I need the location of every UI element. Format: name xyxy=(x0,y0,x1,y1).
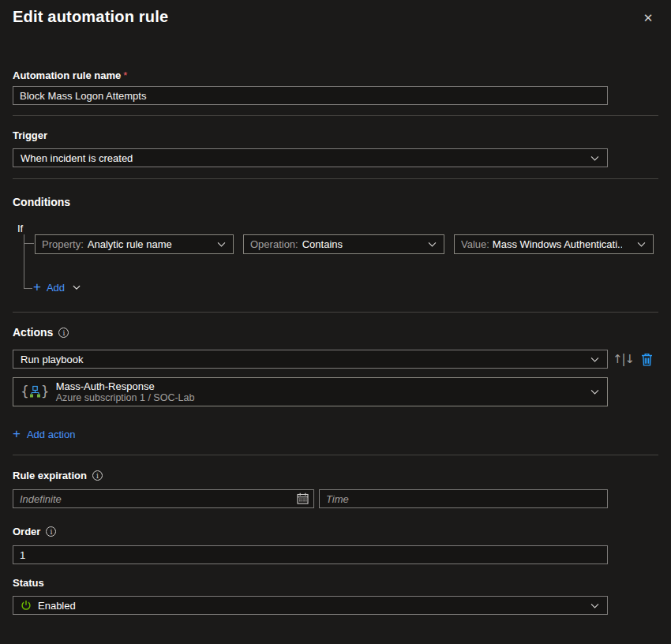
order-heading: Order i xyxy=(13,525,658,538)
conditions-heading: Conditions xyxy=(13,196,658,209)
status-heading: Status xyxy=(13,577,658,590)
playbook-name: Mass-Auth-Response xyxy=(56,380,583,392)
expiration-time-input[interactable] xyxy=(319,489,608,508)
plus-icon: + xyxy=(13,428,21,440)
status-selected-value: Enabled xyxy=(38,600,583,612)
divider xyxy=(13,455,658,455)
chevron-down-icon xyxy=(590,601,600,611)
condition-row: Property: Analytic rule name Operation: … xyxy=(35,234,658,254)
playbook-picker-dropdown[interactable]: {} Mass-Auth-Response Azure subscription… xyxy=(13,377,608,406)
rule-expiration-row xyxy=(13,489,658,508)
divider xyxy=(13,312,658,313)
action-row: Run playbook ↑|↓ xyxy=(13,350,658,369)
trigger-dropdown[interactable]: When incident is created xyxy=(13,148,608,167)
expiration-date-input[interactable] xyxy=(13,489,314,508)
chevron-down-icon xyxy=(636,239,647,249)
chevron-down-icon xyxy=(590,153,600,163)
logic-app-icon: {} xyxy=(21,385,50,399)
info-icon[interactable]: i xyxy=(46,526,56,537)
chevron-down-icon xyxy=(427,239,437,249)
conditions-body: If Property: Analytic rule name Operatio… xyxy=(13,223,658,295)
required-asterisk: * xyxy=(123,69,127,82)
power-icon xyxy=(21,600,32,611)
move-up-down-icon[interactable]: ↑|↓ xyxy=(613,352,634,366)
page-title: Edit automation rule xyxy=(13,6,168,27)
action-type-dropdown[interactable]: Run playbook xyxy=(13,350,608,369)
actions-heading: Actions i xyxy=(13,326,658,339)
operation-prefix: Operation: xyxy=(250,238,298,250)
property-prefix: Property: xyxy=(42,238,84,250)
plus-icon: + xyxy=(33,281,41,294)
add-condition-label: Add xyxy=(47,282,65,294)
chevron-down-icon xyxy=(72,283,81,292)
add-condition-button[interactable]: + Add xyxy=(33,279,658,295)
info-icon[interactable]: i xyxy=(92,470,103,481)
info-icon[interactable]: i xyxy=(58,328,69,338)
calendar-icon[interactable] xyxy=(297,492,309,504)
add-action-button[interactable]: + Add action xyxy=(13,427,658,441)
chevron-down-icon xyxy=(216,239,227,249)
rule-name-label: Automation rule name * xyxy=(13,69,658,82)
status-dropdown[interactable]: Enabled xyxy=(13,596,608,615)
trigger-selected-value: When incident is created xyxy=(21,152,590,164)
panel-header: Edit automation rule ✕ xyxy=(13,0,658,27)
chevron-down-icon xyxy=(590,354,600,365)
divider xyxy=(13,178,658,179)
action-type-value: Run playbook xyxy=(21,354,590,365)
rule-expiration-heading: Rule expiration i xyxy=(13,469,658,482)
order-input[interactable] xyxy=(13,545,608,564)
divider xyxy=(13,115,658,116)
value-prefix: Value: xyxy=(461,238,489,250)
condition-property-dropdown[interactable]: Property: Analytic rule name xyxy=(35,234,234,254)
close-icon[interactable]: ✕ xyxy=(639,9,657,27)
playbook-path: Azure subscription 1 / SOC-Lab xyxy=(56,392,583,404)
condition-operation-dropdown[interactable]: Operation: Contains xyxy=(243,234,444,254)
property-value: Analytic rule name xyxy=(88,238,172,250)
chevron-down-icon xyxy=(590,387,600,397)
tree-connector-elbow xyxy=(24,288,32,289)
if-label: If xyxy=(17,223,658,234)
trigger-label: Trigger xyxy=(13,129,658,142)
condition-value-dropdown[interactable]: Value: Mass Windows Authenticati... xyxy=(454,234,654,254)
operation-value: Contains xyxy=(302,238,343,250)
edit-automation-rule-panel: Edit automation rule ✕ Automation rule n… xyxy=(0,0,671,615)
rule-name-input[interactable] xyxy=(13,86,608,105)
tree-connector-branch xyxy=(24,243,34,244)
add-action-label: Add action xyxy=(27,429,75,440)
value-value: Mass Windows Authenticati... xyxy=(493,238,622,250)
delete-action-icon[interactable] xyxy=(641,353,653,366)
